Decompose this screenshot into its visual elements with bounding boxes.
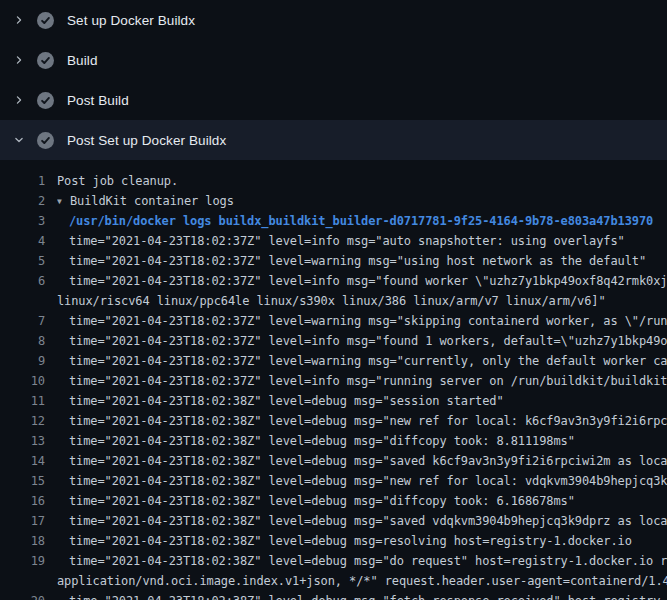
check-circle-icon: [37, 12, 54, 29]
log-line: 4time="2021-04-23T18:02:37Z" level=info …: [0, 231, 667, 251]
log-text: time="2021-04-23T18:02:38Z" level=debug …: [69, 431, 575, 451]
log-line-number[interactable]: 2: [0, 191, 45, 211]
log-text: time="2021-04-23T18:02:38Z" level=debug …: [69, 551, 667, 571]
log-line: 16time="2021-04-23T18:02:38Z" level=debu…: [0, 491, 667, 511]
log-text: time="2021-04-23T18:02:38Z" level=debug …: [69, 531, 632, 551]
log-line-number[interactable]: 13: [0, 431, 45, 451]
log-text: time="2021-04-23T18:02:37Z" level=info m…: [69, 371, 667, 391]
log-text: time="2021-04-23T18:02:38Z" level=debug …: [69, 511, 667, 531]
chevron-down-icon[interactable]: [11, 132, 27, 148]
log-line: 8time="2021-04-23T18:02:37Z" level=info …: [0, 331, 667, 351]
step-row-build[interactable]: Build: [0, 40, 667, 80]
log-text: time="2021-04-23T18:02:38Z" level=debug …: [69, 411, 667, 431]
step-label: Post Set up Docker Buildx: [67, 133, 226, 148]
log-text: Post job cleanup.: [57, 171, 178, 191]
log-line-number[interactable]: 5: [0, 251, 45, 271]
log-line: 19time="2021-04-23T18:02:38Z" level=debu…: [0, 551, 667, 571]
log-line-number[interactable]: 12: [0, 411, 45, 431]
log-line-number[interactable]: 7: [0, 311, 45, 331]
log-text: time="2021-04-23T18:02:38Z" level=debug …: [69, 451, 667, 471]
log-text: time="2021-04-23T18:02:37Z" level=info m…: [69, 231, 625, 251]
log-line: 10time="2021-04-23T18:02:37Z" level=info…: [0, 371, 667, 391]
log-line-number[interactable]: 16: [0, 491, 45, 511]
log-line-number[interactable]: 19: [0, 551, 45, 571]
log-text: time="2021-04-23T18:02:37Z" level=info m…: [69, 331, 667, 351]
log-text: time="2021-04-23T18:02:38Z" level=debug …: [69, 391, 504, 411]
chevron-right-icon[interactable]: [11, 92, 27, 108]
log-line-number[interactable]: 9: [0, 351, 45, 371]
check-circle-icon: [37, 132, 54, 149]
log-line: 1Post job cleanup.: [0, 171, 667, 191]
step-label: Set up Docker Buildx: [67, 13, 195, 28]
log-line: 5time="2021-04-23T18:02:37Z" level=warni…: [0, 251, 667, 271]
disclosure-triangle-icon[interactable]: ▼: [57, 192, 70, 211]
log-line-number[interactable]: 20: [0, 591, 45, 600]
log-text: time="2021-04-23T18:02:38Z" level=debug …: [69, 491, 575, 511]
log-text: time="2021-04-23T18:02:37Z" level=warnin…: [69, 351, 667, 371]
check-circle-icon: [37, 92, 54, 109]
log-line: 15time="2021-04-23T18:02:38Z" level=debu…: [0, 471, 667, 491]
log-text: time="2021-04-23T18:02:37Z" level=warnin…: [69, 251, 646, 271]
log-line-number[interactable]: 14: [0, 451, 45, 471]
log-line: 3/usr/bin/docker logs buildx_buildkit_bu…: [0, 211, 667, 231]
log-line-number[interactable]: 17: [0, 511, 45, 531]
log-group-title[interactable]: BuildKit container logs: [70, 194, 234, 208]
log-line: 20time="2021-04-23T18:02:38Z" level=debu…: [0, 591, 667, 600]
log-line: 9time="2021-04-23T18:02:37Z" level=warni…: [0, 351, 667, 371]
log-line-continuation: application/vnd.oci.image.index.v1+json,…: [0, 571, 667, 591]
log-line-number[interactable]: 8: [0, 331, 45, 351]
log-line-number[interactable]: 18: [0, 531, 45, 551]
log-text: application/vnd.oci.image.index.v1+json,…: [57, 571, 667, 591]
log-text: time="2021-04-23T18:02:37Z" level=info m…: [69, 271, 667, 291]
log-command-text: /usr/bin/docker logs buildx_buildkit_bui…: [69, 211, 653, 231]
log-line-number[interactable]: 6: [0, 271, 45, 291]
log-line-number[interactable]: 15: [0, 471, 45, 491]
log-output[interactable]: 1Post job cleanup.2▼BuildKit container l…: [0, 160, 667, 600]
log-line-continuation: linux/riscv64 linux/ppc64le linux/s390x …: [0, 291, 667, 311]
step-label: Post Build: [67, 93, 129, 108]
log-text: time="2021-04-23T18:02:38Z" level=debug …: [69, 591, 667, 600]
log-line-number: [0, 291, 45, 311]
log-text: time="2021-04-23T18:02:38Z" level=debug …: [69, 471, 667, 491]
log-line-number[interactable]: 1: [0, 171, 45, 191]
log-line-number[interactable]: 11: [0, 391, 45, 411]
step-row-set-up-docker-buildx[interactable]: Set up Docker Buildx: [0, 0, 667, 40]
log-line: 14time="2021-04-23T18:02:38Z" level=debu…: [0, 451, 667, 471]
log-line: 13time="2021-04-23T18:02:38Z" level=debu…: [0, 431, 667, 451]
log-line: 18time="2021-04-23T18:02:38Z" level=debu…: [0, 531, 667, 551]
log-line: 11time="2021-04-23T18:02:38Z" level=debu…: [0, 391, 667, 411]
check-circle-icon: [37, 52, 54, 69]
chevron-right-icon[interactable]: [11, 52, 27, 68]
log-line: 7time="2021-04-23T18:02:37Z" level=warni…: [0, 311, 667, 331]
log-line-number[interactable]: 3: [0, 211, 45, 231]
log-line: 17time="2021-04-23T18:02:38Z" level=debu…: [0, 511, 667, 531]
log-text: linux/riscv64 linux/ppc64le linux/s390x …: [57, 291, 606, 311]
log-line: 12time="2021-04-23T18:02:38Z" level=debu…: [0, 411, 667, 431]
log-text: time="2021-04-23T18:02:37Z" level=warnin…: [69, 311, 667, 331]
step-row-post-set-up-docker-buildx[interactable]: Post Set up Docker Buildx: [0, 120, 667, 160]
steps-list: Set up Docker BuildxBuildPost BuildPost …: [0, 0, 667, 160]
log-text: ▼BuildKit container logs: [57, 191, 234, 211]
log-line: 2▼BuildKit container logs: [0, 191, 667, 211]
step-row-post-build[interactable]: Post Build: [0, 80, 667, 120]
log-line-number[interactable]: 4: [0, 231, 45, 251]
workflow-log-panel: Set up Docker BuildxBuildPost BuildPost …: [0, 0, 667, 600]
chevron-right-icon[interactable]: [11, 12, 27, 28]
log-line: 6time="2021-04-23T18:02:37Z" level=info …: [0, 271, 667, 291]
step-label: Build: [67, 53, 98, 68]
log-line-number: [0, 571, 45, 591]
log-line-number[interactable]: 10: [0, 371, 45, 391]
